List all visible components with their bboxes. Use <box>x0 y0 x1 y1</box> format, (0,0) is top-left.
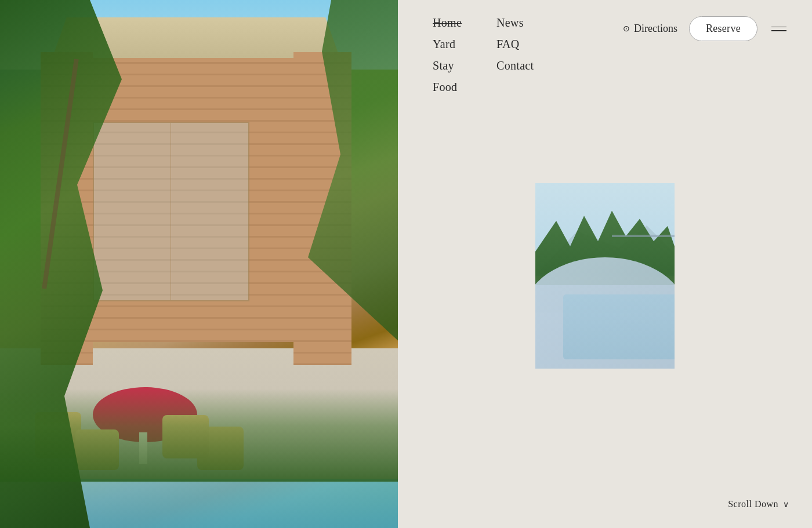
menu-line-2 <box>771 30 786 31</box>
ci-bridge <box>612 235 675 237</box>
pin-icon: ⊙ <box>623 24 630 34</box>
nav-col-2: News FAQ Contact <box>496 16 534 94</box>
directions-label: Directions <box>634 23 677 35</box>
nav-item-contact[interactable]: Contact <box>496 59 534 72</box>
nav-actions: ⊙ Directions Reserve <box>623 16 789 41</box>
right-panel: Home Yard Stay Food News FAQ Contact ⊙ D… <box>398 0 812 528</box>
chevron-down-icon: ∨ <box>783 500 789 509</box>
nav-col-1: Home Yard Stay Food <box>433 16 462 94</box>
top-navigation: Home Yard Stay Food News FAQ Contact ⊙ D… <box>433 16 789 94</box>
reserve-button[interactable]: Reserve <box>689 16 757 41</box>
nav-item-news[interactable]: News <box>496 16 534 30</box>
scroll-down-button[interactable]: Scroll Down ∨ <box>728 499 789 509</box>
nav-item-stay[interactable]: Stay <box>433 59 462 72</box>
hero-image: YAWN YARD Kouri Island <box>0 0 398 528</box>
hamburger-menu[interactable] <box>769 24 789 34</box>
directions-link[interactable]: ⊙ Directions <box>623 23 677 35</box>
hero-panel: YAWN YARD Kouri Island <box>0 0 398 528</box>
nav-item-food[interactable]: Food <box>433 81 462 94</box>
scroll-down-label: Scroll Down <box>728 499 778 509</box>
featured-image-container <box>535 183 675 369</box>
nav-menu: Home Yard Stay Food News FAQ Contact <box>433 16 534 94</box>
foliage-bottom <box>0 389 398 482</box>
cabin-door <box>93 122 249 301</box>
nav-item-yard[interactable]: Yard <box>433 38 462 51</box>
ci-water <box>563 294 675 359</box>
nav-item-faq[interactable]: FAQ <box>496 38 534 51</box>
menu-line-1 <box>771 27 786 28</box>
nav-item-home[interactable]: Home <box>433 16 462 30</box>
featured-image <box>535 183 675 369</box>
